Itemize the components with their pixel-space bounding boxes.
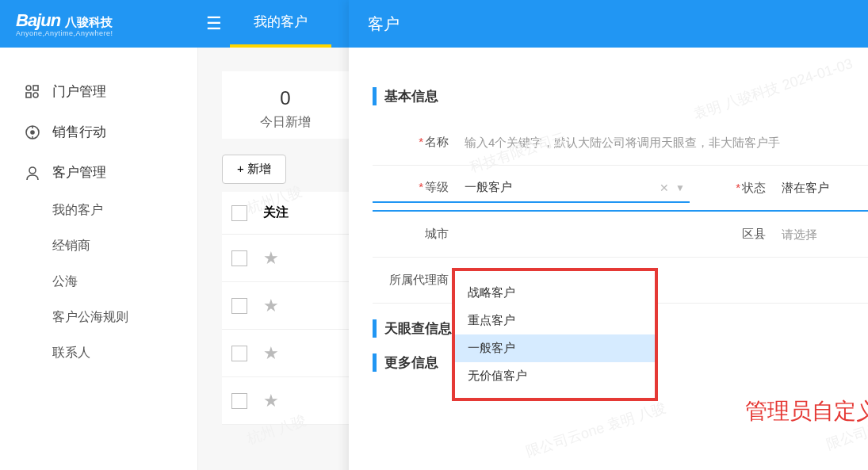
sidebar-sub-contacts[interactable]: 联系人: [0, 335, 197, 371]
status-label: 状态: [690, 181, 777, 196]
sidebar-label: 门户管理: [52, 82, 106, 101]
logo-tagline: Anyone,Anytime,Anywhere!: [16, 29, 198, 37]
dropdown-option-general[interactable]: 一般客户: [455, 334, 655, 362]
annotation-admin-custom: 管理员自定义: [745, 396, 868, 426]
menu-toggle-icon[interactable]: ☰: [198, 13, 230, 34]
name-input[interactable]: [460, 129, 868, 155]
district-select[interactable]: [777, 221, 868, 247]
clock-target-icon: [24, 124, 41, 141]
logo-brand: Bajun: [16, 10, 60, 30]
watermark: 限公司云one 袁: [824, 405, 868, 453]
main-area: 杭州八骏 杭州 八骏 0 今日新增 + 新增 关注 ★ ★ ★ ★ 客户 袁明 …: [198, 48, 868, 470]
row-checkbox[interactable]: [231, 346, 247, 361]
city-input[interactable]: [460, 221, 690, 247]
stat-number: 0: [222, 87, 349, 109]
sidebar: 门户管理 销售行动 客户管理 我的客户 经销商 公海 客户公海规则 联系人: [0, 48, 198, 470]
district-label: 区县: [690, 227, 777, 242]
sidebar-item-sales-action[interactable]: 销售行动: [0, 112, 197, 152]
section-basic-info: 基本信息: [373, 87, 868, 105]
dropdown-option-novalue[interactable]: 无价值客户: [455, 362, 655, 390]
user-icon: [24, 164, 41, 182]
watermark: 限公司云one 袁明 八骏: [524, 398, 668, 461]
sidebar-item-portal[interactable]: 门户管理: [0, 71, 197, 112]
logo[interactable]: Bajun八骏科技 Anyone,Anytime,Anywhere!: [0, 10, 198, 37]
svg-point-0: [26, 86, 31, 90]
clear-icon[interactable]: ✕: [660, 182, 669, 194]
select-all-checkbox[interactable]: [231, 205, 247, 221]
customer-form-panel: 客户 袁明 八骏科技 2024-01-03 科技有限公司云 限公司云one 袁明…: [349, 0, 868, 470]
chevron-down-icon: ▼: [675, 182, 685, 193]
sidebar-sub-sea-rules[interactable]: 客户公海规则: [0, 300, 197, 335]
sidebar-label: 客户管理: [52, 163, 106, 182]
sidebar-sub-public-sea[interactable]: 公海: [0, 264, 197, 300]
panel-title: 客户: [349, 0, 868, 48]
field-level-status-row: 等级 一般客户 ✕ ▼ 状态 潜在客户: [373, 166, 868, 212]
svg-point-6: [29, 167, 36, 174]
svg-point-5: [31, 131, 34, 134]
svg-rect-1: [33, 86, 38, 90]
tab-my-customers[interactable]: 我的客户: [230, 0, 331, 48]
col-follow: 关注: [263, 204, 289, 221]
sidebar-sub-dealers[interactable]: 经销商: [0, 228, 197, 264]
sidebar-sub-my-customers[interactable]: 我的客户: [0, 193, 197, 228]
name-label: 名称: [373, 135, 460, 150]
sidebar-item-customers[interactable]: 客户管理: [0, 152, 197, 193]
star-icon[interactable]: ★: [263, 248, 279, 269]
dropdown-option-strategic[interactable]: 战略客户: [455, 279, 655, 307]
field-city-district-row: 城市 区县: [373, 212, 868, 258]
dropdown-option-key[interactable]: 重点客户: [455, 307, 655, 334]
row-checkbox[interactable]: [231, 250, 247, 266]
svg-point-3: [33, 93, 38, 97]
star-icon[interactable]: ★: [263, 391, 279, 411]
stat-label: 今日新增: [222, 114, 349, 131]
level-value: 一般客户: [465, 180, 512, 195]
logo-brand-cn: 八骏科技: [65, 15, 113, 29]
level-select[interactable]: 一般客户 ✕ ▼: [460, 174, 690, 201]
add-button[interactable]: + 新增: [222, 155, 286, 184]
svg-rect-2: [26, 93, 31, 97]
status-select[interactable]: 潜在客户: [777, 174, 868, 202]
field-name-row: 名称: [373, 120, 868, 166]
level-dropdown: 战略客户 重点客户 一般客户 无价值客户: [452, 268, 658, 401]
grid-icon: [24, 83, 41, 101]
sidebar-label: 销售行动: [52, 123, 106, 141]
row-checkbox[interactable]: [231, 393, 247, 409]
star-icon[interactable]: ★: [263, 296, 279, 316]
star-icon[interactable]: ★: [263, 343, 279, 364]
level-label: 等级: [373, 180, 460, 195]
status-value: 潜在客户: [782, 181, 829, 196]
city-label: 城市: [373, 227, 460, 242]
stat-card-today-new: 0 今日新增: [222, 71, 349, 139]
agent-label: 所属代理商: [373, 273, 460, 288]
row-checkbox[interactable]: [231, 298, 247, 314]
